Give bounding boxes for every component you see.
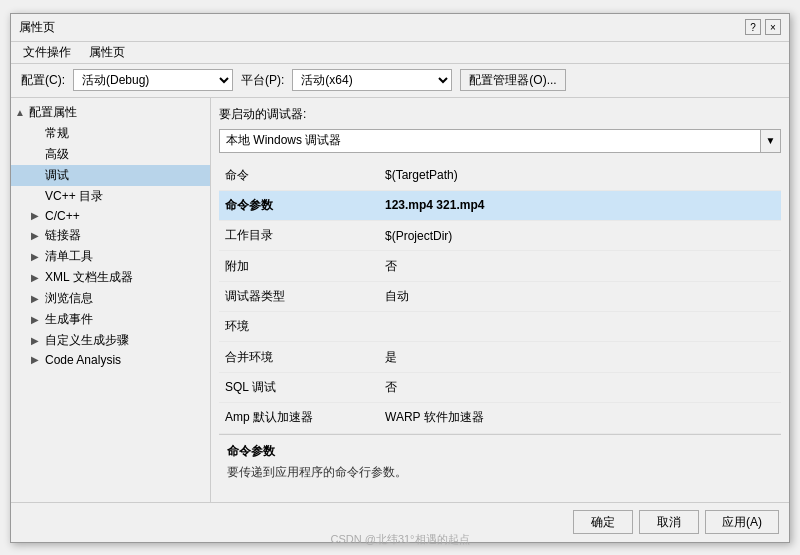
codeanalysis-arrow-icon: ▶ [31,354,45,365]
debugger-row: 本地 Windows 调试器 ▼ [219,129,781,153]
manifest-arrow-icon: ▶ [31,251,45,262]
description-title: 命令参数 [227,443,773,460]
left-panel: ▲ 配置属性 常规 高级 调试 VC++ 目录 ▶ C/C++ [11,98,211,502]
properties-dialog: 属性页 ? × 文件操作 属性页 配置(C): 活动(Debug) 平台(P):… [10,13,790,543]
tree-root[interactable]: ▲ 配置属性 [11,102,210,123]
menu-bar: 文件操作 属性页 [11,42,789,64]
tree-item-label: 生成事件 [45,311,93,328]
title-bar: 属性页 ? × [11,14,789,42]
watermark: CSDN @北纬31°相遇的起点 [330,532,469,547]
prop-value: $(ProjectDir) [379,221,781,251]
table-row[interactable]: 环境 [219,312,781,342]
toolbar: 配置(C): 活动(Debug) 平台(P): 活动(x64) 配置管理器(O)… [11,64,789,98]
menu-properties[interactable]: 属性页 [81,42,133,63]
platform-label: 平台(P): [241,72,284,89]
prop-name: 环境 [219,312,379,342]
buildevents-arrow-icon: ▶ [31,314,45,325]
table-row[interactable]: 附加否 [219,251,781,281]
cancel-button[interactable]: 取消 [639,510,699,534]
config-label: 配置(C): [21,72,65,89]
table-row[interactable]: 命令$(TargetPath) [219,161,781,191]
prop-name: 调试器类型 [219,281,379,311]
description-area: 命令参数 要传递到应用程序的命令行参数。 [219,434,781,494]
xml-arrow-icon: ▶ [31,272,45,283]
tree-item-label: VC++ 目录 [45,188,103,205]
cpp-arrow-icon: ▶ [31,210,45,221]
tree-item-label: 调试 [45,167,69,184]
tree-item-label: XML 文档生成器 [45,269,133,286]
tree-item-cpp[interactable]: ▶ C/C++ [11,207,210,225]
tree-item-label: 高级 [45,146,69,163]
menu-file-ops[interactable]: 文件操作 [15,42,79,63]
tree-root-label: 配置属性 [29,104,77,121]
prop-value: 否 [379,372,781,402]
custombuild-arrow-icon: ▶ [31,335,45,346]
root-arrow-icon: ▲ [15,107,29,118]
close-button[interactable]: × [765,19,781,35]
tree-item-label: 常规 [45,125,69,142]
config-select[interactable]: 活动(Debug) [73,69,233,91]
prop-value: 自动 [379,281,781,311]
tree-item-code-analysis[interactable]: ▶ Code Analysis [11,351,210,369]
prop-name: 命令 [219,161,379,191]
dialog-title: 属性页 [19,19,55,36]
ok-button[interactable]: 确定 [573,510,633,534]
tree-item-general[interactable]: 常规 [11,123,210,144]
table-row[interactable]: 合并环境是 [219,342,781,372]
prop-name: Amp 默认加速器 [219,403,379,433]
tree-item-custom-build[interactable]: ▶ 自定义生成步骤 [11,330,210,351]
tree-item-label: 清单工具 [45,248,93,265]
tree-item-label: 浏览信息 [45,290,93,307]
tree-item-label: 自定义生成步骤 [45,332,129,349]
tree-item-label: Code Analysis [45,353,121,367]
linker-arrow-icon: ▶ [31,230,45,241]
prop-name: 附加 [219,251,379,281]
prop-value: 是 [379,342,781,372]
config-manager-button[interactable]: 配置管理器(O)... [460,69,565,91]
table-row[interactable]: SQL 调试否 [219,372,781,402]
properties-table: 命令$(TargetPath)命令参数123.mp4 321.mp4工作目录$(… [219,161,781,434]
tree-item-build-events[interactable]: ▶ 生成事件 [11,309,210,330]
right-panel: 要启动的调试器: 本地 Windows 调试器 ▼ 命令$(TargetPath… [211,98,789,502]
prop-name: 命令参数 [219,190,379,220]
debugger-combo[interactable]: 本地 Windows 调试器 ▼ [219,129,781,153]
description-text: 要传递到应用程序的命令行参数。 [227,464,773,481]
tree-item-debug[interactable]: 调试 [11,165,210,186]
browse-arrow-icon: ▶ [31,293,45,304]
prop-name: SQL 调试 [219,372,379,402]
table-row[interactable]: 命令参数123.mp4 321.mp4 [219,190,781,220]
tree-item-xml[interactable]: ▶ XML 文档生成器 [11,267,210,288]
platform-select[interactable]: 活动(x64) [292,69,452,91]
prop-value: WARP 软件加速器 [379,403,781,433]
debugger-dropdown-icon[interactable]: ▼ [760,130,780,152]
tree-item-label: 链接器 [45,227,81,244]
tree-item-vc-dirs[interactable]: VC++ 目录 [11,186,210,207]
title-controls: ? × [745,19,781,35]
tree-item-advanced[interactable]: 高级 [11,144,210,165]
prop-value: 否 [379,251,781,281]
apply-button[interactable]: 应用(A) [705,510,779,534]
prop-name: 工作目录 [219,221,379,251]
prop-value: 123.mp4 321.mp4 [379,190,781,220]
table-row[interactable]: 调试器类型自动 [219,281,781,311]
prop-value [379,312,781,342]
table-row[interactable]: 工作目录$(ProjectDir) [219,221,781,251]
debugger-section-title: 要启动的调试器: [219,106,781,123]
tree-item-browse[interactable]: ▶ 浏览信息 [11,288,210,309]
tree-item-linker[interactable]: ▶ 链接器 [11,225,210,246]
table-row[interactable]: Amp 默认加速器WARP 软件加速器 [219,403,781,433]
tree-item-manifest[interactable]: ▶ 清单工具 [11,246,210,267]
tree-item-label: C/C++ [45,209,80,223]
content-area: ▲ 配置属性 常规 高级 调试 VC++ 目录 ▶ C/C++ [11,98,789,502]
prop-name: 合并环境 [219,342,379,372]
prop-value: $(TargetPath) [379,161,781,191]
help-button[interactable]: ? [745,19,761,35]
debugger-value: 本地 Windows 调试器 [220,132,760,149]
